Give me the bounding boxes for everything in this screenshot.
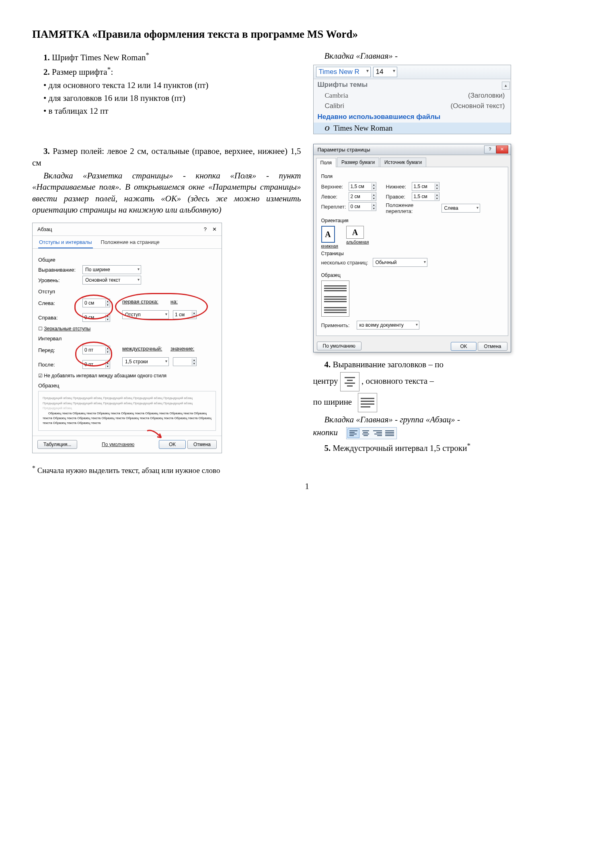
tab-hint-main: Вкладка «Главная» - — [313, 50, 582, 61]
para-ok-button[interactable]: OK — [159, 440, 186, 449]
indent-right-label: Справа: — [38, 315, 78, 321]
close-button[interactable]: ✕ — [496, 145, 508, 154]
rule-4-hint1: Вкладка «Главная» - группа «Абзац» - — [313, 414, 582, 425]
font-name-combo[interactable]: Times New R — [316, 67, 371, 77]
font-section-recent: Недавно использовавшиеся файлы — [314, 111, 511, 123]
first-line-select[interactable]: Отступ — [122, 310, 169, 319]
first-line-label: первая строка: — [122, 299, 166, 305]
orientation-label: Ориентация — [321, 218, 503, 223]
top-margin-label: Верхнее: — [321, 184, 345, 190]
left-margin-label: Левое: — [321, 194, 345, 200]
rule-1: 1. Шрифт Times New Roman* — [32, 50, 301, 63]
gutter-pos-select[interactable]: Слева — [442, 204, 480, 213]
at-spin[interactable]: ▴▾ — [173, 357, 197, 366]
before-spin[interactable]: ▴▾ — [82, 346, 110, 354]
gutter-pos-label: Положение переплета: — [386, 202, 438, 214]
rule-2: 2. Размер шрифта*: — [32, 65, 301, 78]
para-level-select[interactable]: Основной текст — [82, 276, 141, 285]
font-row-cambria[interactable]: Cambria (Заголовки) — [314, 90, 511, 101]
font-size-combo[interactable]: 14 — [373, 67, 397, 77]
align-left-button[interactable] — [347, 428, 359, 438]
after-label: После: — [38, 362, 78, 368]
linespacing-select[interactable]: 1,5 строки — [122, 357, 169, 366]
rule-4-hint2: кнопки — [313, 427, 582, 439]
close-icon[interactable]: ✕ — [212, 226, 217, 232]
align-center-button[interactable] — [359, 428, 372, 438]
font-row-tnr[interactable]: O Times New Roman — [314, 123, 511, 134]
paragraph-dialog: Абзац ?✕ Отступы и интервалы Положение н… — [32, 223, 222, 453]
gutter-spin[interactable]: ▴▾ — [349, 202, 376, 211]
para-default-button[interactable]: По умолчанию — [102, 442, 134, 447]
after-spin[interactable]: ▴▾ — [82, 360, 110, 369]
preview-label: Образец — [321, 272, 503, 278]
page-preview — [321, 280, 349, 317]
gutter-label: Переплет: — [321, 204, 345, 210]
right-margin-label: Правое: — [386, 194, 409, 200]
para-cancel-button[interactable]: Отмена — [187, 440, 217, 449]
right-margin-spin[interactable]: ▴▾ — [412, 192, 439, 201]
orientation-portrait[interactable]: A книжная — [321, 226, 339, 248]
font-section-theme: Шрифты темы — [314, 79, 511, 90]
page-cancel-button[interactable]: Отмена — [478, 342, 507, 351]
rule-2a: для основного текста 12 или 14 пунктов (… — [32, 80, 301, 91]
para-title: Абзац — [37, 226, 52, 232]
top-margin-spin[interactable]: ▴▾ — [349, 182, 376, 191]
rule-4-center: центру , основного текста – — [313, 372, 582, 391]
indent-left-spin[interactable]: ▴▾ — [82, 299, 110, 307]
rule-5: 5. Междустрочный интервал 1,5 строки* — [313, 441, 582, 454]
rule-4-justify: по ширине — [313, 393, 582, 412]
bottom-margin-spin[interactable]: ▴▾ — [412, 182, 439, 191]
align-justify-icon — [358, 393, 377, 412]
align-center-icon — [340, 372, 359, 391]
para-tab-indents[interactable]: Отступы и интервалы — [38, 236, 93, 248]
rule-3-hint: Вкладка «Разметка страницы» - кнопка «По… — [32, 170, 301, 215]
font-dropdown-screenshot: Times New R 14 Шрифты темы ▴ Cambria (За… — [313, 65, 511, 134]
left-margin-spin[interactable]: ▴▾ — [349, 192, 376, 201]
apply-to-label: Применить: — [321, 322, 353, 328]
rule-2c: в таблицах 12 пт — [32, 105, 301, 117]
scroll-up-button[interactable]: ▴ — [502, 82, 510, 90]
nospace-check[interactable]: ☑ Не добавлять интервал между абзацами о… — [38, 373, 216, 379]
para-group-general: Общие — [38, 257, 216, 263]
para-preview-box: Предыдущий абзац Предыдущий абзац Предыд… — [38, 391, 216, 430]
margins-label: Поля — [321, 174, 503, 179]
tabs-button[interactable]: Табуляция... — [37, 440, 77, 449]
indent-right-spin[interactable]: ▴▾ — [82, 313, 110, 322]
para-align-select[interactable]: По ширине — [82, 265, 141, 274]
rule-2b: для заголовков 16 или 18 пунктов (пт) — [32, 92, 301, 104]
by-spin[interactable]: ▴▾ — [173, 310, 197, 319]
orientation-landscape[interactable]: A альбомная — [346, 226, 369, 248]
page-ok-button[interactable]: OK — [451, 342, 476, 351]
before-label: Перед: — [38, 347, 78, 353]
para-group-indent: Отступ — [38, 289, 216, 295]
font-row-calibri[interactable]: Calibri (Основной текст) — [314, 101, 511, 111]
by-label: на: — [170, 299, 187, 305]
doc-title: ПАМЯТКА «Правила оформления текста в про… — [32, 28, 582, 41]
footnote: * Сначала нужно выделить текст, абзац ил… — [32, 464, 582, 476]
tab-paper-source[interactable]: Источник бумаги — [380, 158, 426, 167]
align-right-button[interactable] — [372, 428, 384, 438]
page-setup-title: Параметры страницы — [318, 147, 370, 153]
indent-left-label: Слева: — [38, 300, 78, 306]
rule-4: 4. Выравнивание заголовков – по — [313, 359, 582, 370]
bottom-margin-label: Нижнее: — [386, 184, 409, 190]
pages-label: Страницы — [321, 251, 503, 256]
tab-margins[interactable]: Поля — [316, 158, 337, 167]
help-icon[interactable]: ? — [204, 226, 207, 232]
multi-pages-select[interactable]: Обычный — [373, 258, 427, 267]
para-group-spacing: Интервал — [38, 336, 216, 342]
page-default-button[interactable]: По умолчанию — [317, 342, 361, 350]
rule-3: 3. Размер полей: левое 2 см, остальные (… — [32, 145, 301, 168]
at-label: значение: — [170, 346, 195, 352]
para-tab-position[interactable]: Положение на странице — [100, 236, 160, 248]
tab-paper-size[interactable]: Размер бумаги — [337, 158, 379, 167]
para-preview-label: Образец — [38, 383, 216, 389]
page-number: 1 — [32, 481, 582, 492]
align-buttons-group — [346, 427, 397, 439]
help-button[interactable]: ? — [484, 145, 496, 154]
para-align-label: Выравнивание: — [38, 267, 78, 273]
apply-to-select[interactable]: ко всему документу — [357, 321, 419, 330]
align-justify-button[interactable] — [384, 428, 396, 438]
multi-pages-label: несколько страниц: — [321, 260, 370, 266]
mirror-check[interactable]: ☐ Зеркальные отступы — [38, 326, 216, 332]
